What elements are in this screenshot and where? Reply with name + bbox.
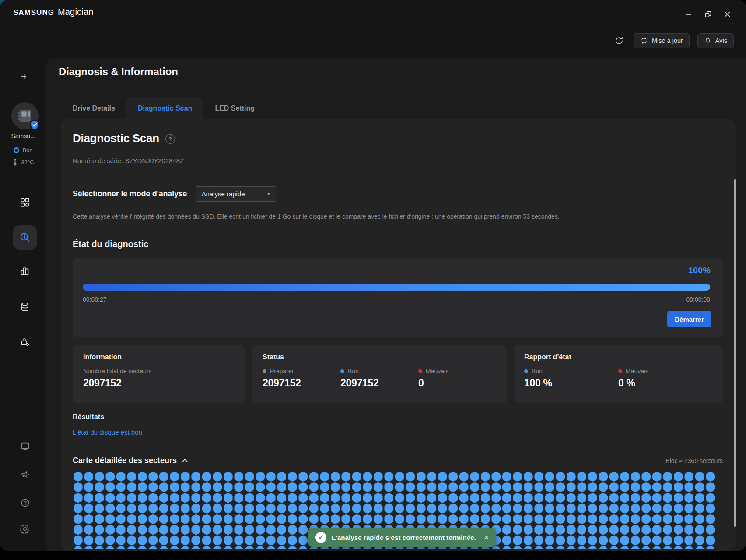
brand-samsung: SAMSUNG — [13, 8, 54, 17]
scan-description: Cette analyse vérifie l'intégrité des do… — [73, 213, 560, 220]
progress-percent: 100% — [688, 265, 711, 275]
drive-name: Samsu... — [0, 132, 46, 139]
diagnosis-search-icon — [19, 232, 31, 243]
block-info: Bloc ≈ 2369 secteurs — [665, 457, 723, 464]
start-button[interactable]: Démarrer — [667, 311, 711, 327]
refresh-icon[interactable] — [613, 33, 626, 48]
scan-mode-select[interactable]: Analyse rapide ▼ — [196, 186, 276, 202]
scan-mode-label: Sélectionner le mode d'analyse — [73, 189, 187, 198]
stat-cards: Information Nombre total de secteurs 209… — [73, 345, 723, 403]
window-controls — [682, 8, 734, 20]
restore-button[interactable] — [701, 8, 714, 20]
gear-icon — [20, 524, 30, 534]
tab-drive-details[interactable]: Drive Details — [61, 97, 126, 119]
drive-health-label: Bon — [22, 147, 32, 153]
sidebar-item-settings[interactable] — [16, 520, 34, 538]
drive-health-row: Bon — [0, 147, 46, 153]
sector-map-label: Carte détaillée des secteurs — [73, 456, 177, 465]
report-bad-dot-icon — [618, 369, 622, 373]
information-card: Information Nombre total de secteurs 209… — [73, 345, 245, 403]
sidebar: Samsu... Bon 32°C — [0, 58, 46, 551]
report-card-title: Rapport d'état — [524, 353, 712, 361]
progress-bar-fill — [83, 284, 710, 291]
page-title: Diagnosis & Information — [59, 66, 178, 78]
prepare-dot-icon — [263, 369, 266, 373]
sidebar-item-dashboard[interactable] — [13, 190, 37, 215]
toast-close-icon[interactable]: ✕ — [484, 534, 489, 541]
prepare-label: Préparer — [270, 368, 294, 375]
bar-chart-icon — [20, 266, 30, 276]
sector-map-header: Carte détaillée des secteurs Bloc ≈ 2369… — [73, 456, 723, 465]
progress-card: 100% 00:00:27 00:00:00 Démarrer — [73, 258, 723, 337]
bad-value: 0 — [418, 377, 496, 389]
serial-number: Numéro de série: S7YDNJ0Y202848Z — [73, 157, 184, 164]
progress-bar — [83, 284, 710, 291]
sidebar-item-system[interactable] — [16, 437, 34, 455]
brand-magician: Magician — [58, 7, 94, 17]
update-button[interactable]: Mise à jour — [634, 33, 690, 48]
results-text[interactable]: L'état du disque est bon — [73, 428, 142, 436]
sector-map-title[interactable]: Carte détaillée des secteurs — [73, 456, 188, 465]
status-card-title: Status — [263, 353, 496, 361]
total-sectors-label: Nombre total de secteurs — [83, 368, 161, 375]
dashboard-icon — [20, 197, 30, 208]
tab-led-setting[interactable]: LED Setting — [203, 97, 266, 119]
diagnostic-status-heading: État du diagnostic — [73, 239, 148, 249]
sidebar-item-diagnosis[interactable] — [13, 225, 37, 250]
total-sectors-value: 2097152 — [83, 377, 161, 389]
elapsed-time: 00:00:27 — [83, 296, 107, 303]
health-ring-icon — [14, 147, 19, 153]
drive-temp-row: 32°C — [0, 159, 46, 166]
report-good-value: 100 % — [524, 377, 618, 389]
chevron-down-icon: ▼ — [266, 192, 270, 196]
report-good-label: Bon — [532, 368, 543, 375]
thermometer-icon — [12, 159, 18, 166]
bell-icon — [704, 37, 711, 45]
drive-temp-label: 32°C — [21, 159, 34, 166]
success-toast: ✓ L'analyse rapide s’est correctement te… — [308, 528, 496, 547]
good-label: Bon — [348, 368, 359, 375]
scan-mode-row: Sélectionner le mode d'analyse Analyse r… — [73, 186, 276, 202]
toast-message: L'analyse rapide s’est correctement term… — [332, 534, 476, 541]
scan-title: Diagnostic Scan — [73, 132, 159, 145]
prepare-value: 2097152 — [263, 377, 340, 389]
lock-gear-icon — [20, 337, 30, 347]
help-circle-icon[interactable]: ? — [165, 134, 175, 144]
chevron-up-icon — [182, 458, 188, 463]
report-bad-value: 0 % — [618, 377, 712, 389]
notice-button[interactable]: Avis — [697, 33, 734, 48]
sidebar-item-data-management[interactable] — [13, 295, 37, 319]
report-bad-label: Mauvais — [626, 368, 648, 375]
information-card-title: Information — [83, 353, 235, 361]
close-button[interactable] — [721, 8, 734, 20]
sidebar-item-announcements[interactable] — [16, 466, 34, 483]
sidebar-item-performance[interactable] — [13, 259, 37, 283]
diagnostic-scan-panel: Diagnostic Scan ? Numéro de série: S7YDN… — [61, 119, 736, 551]
minimize-button[interactable] — [682, 8, 695, 20]
monitor-icon — [20, 441, 30, 451]
header-actions: Mise à jour Avis — [613, 33, 734, 48]
database-icon — [20, 302, 30, 312]
update-label: Mise à jour — [652, 37, 683, 44]
remaining-time: 00:00:00 — [686, 296, 711, 303]
sidebar-item-security[interactable] — [13, 330, 37, 354]
sync-icon — [640, 37, 648, 45]
status-card: Status Préparer 2097152 Bon 2097152 Mauv… — [252, 345, 507, 403]
tab-bar: Drive Details Diagnostic Scan LED Settin… — [61, 97, 266, 119]
expand-sidebar-icon[interactable] — [16, 68, 34, 85]
health-shield-badge — [29, 119, 40, 131]
drive-avatar[interactable] — [11, 102, 39, 129]
scan-header: Diagnostic Scan ? — [73, 132, 175, 145]
report-good-dot-icon — [524, 369, 528, 373]
sidebar-item-help[interactable] — [16, 494, 34, 511]
samsung-magician-window: SAMSUNG Magician — [0, 0, 746, 551]
help-icon — [20, 498, 30, 508]
results-heading: Résultats — [73, 413, 104, 421]
app-logo: SAMSUNG Magician — [13, 7, 94, 17]
bad-label: Mauvais — [426, 368, 448, 375]
check-circle-icon: ✓ — [315, 532, 326, 543]
scrollbar-thumb[interactable] — [734, 179, 736, 527]
tab-diagnostic-scan[interactable]: Diagnostic Scan — [126, 97, 203, 119]
megaphone-icon — [20, 470, 30, 480]
good-value: 2097152 — [340, 377, 418, 389]
